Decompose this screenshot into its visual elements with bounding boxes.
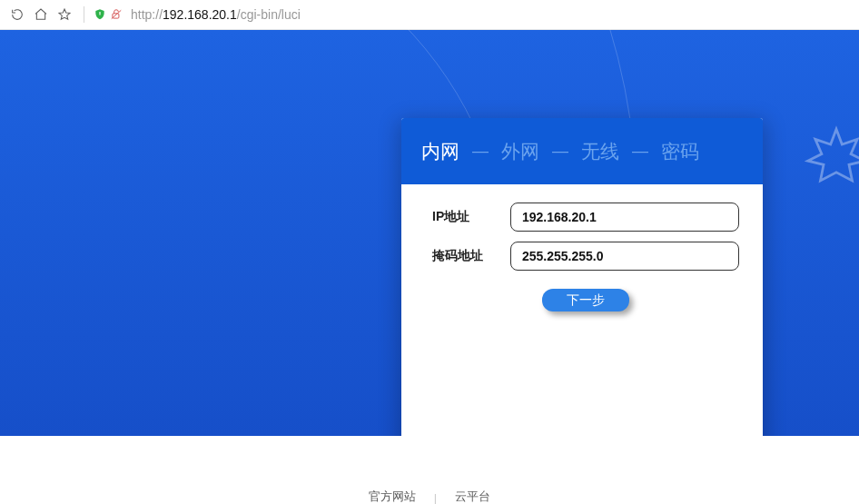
mask-input[interactable]	[510, 242, 739, 271]
next-button[interactable]: 下一步	[542, 289, 629, 311]
page-footer: 官方网站 | 云平台	[0, 436, 859, 504]
main-hero: 内网 — 外网 — 无线 — 密码 IP地址 掩码地址 下一步	[0, 30, 859, 436]
footer-link-cloud[interactable]: 云平台	[455, 489, 490, 504]
mask-label: 掩码地址	[432, 248, 510, 264]
mask-row: 掩码地址	[432, 242, 739, 271]
tab-password[interactable]: 密码	[661, 139, 699, 164]
tab-lan[interactable]: 内网	[421, 139, 459, 164]
tab-divider: —	[472, 142, 489, 161]
footer-link-official[interactable]: 官方网站	[369, 489, 416, 504]
decor-star-icon	[805, 125, 859, 189]
ip-row: IP地址	[432, 203, 739, 232]
tab-wan[interactable]: 外网	[501, 139, 539, 164]
setup-tabs: 内网 — 外网 — 无线 — 密码	[401, 118, 763, 184]
tab-wireless[interactable]: 无线	[581, 139, 619, 164]
tab-divider: —	[632, 142, 648, 161]
button-row: 下一步	[432, 289, 739, 311]
tab-divider: —	[552, 142, 568, 161]
ip-label: IP地址	[432, 209, 510, 225]
form-area: IP地址 掩码地址 下一步	[401, 184, 763, 311]
ip-input[interactable]	[510, 203, 739, 232]
footer-divider: |	[434, 491, 437, 504]
